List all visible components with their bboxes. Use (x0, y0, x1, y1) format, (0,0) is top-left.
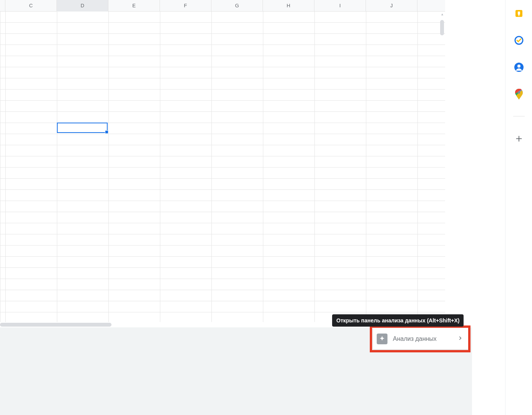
spreadsheet-grid[interactable]: CDEFGHIJ ▴ ▾ (0, 0, 445, 322)
grid-row[interactable] (0, 234, 445, 246)
grid-row[interactable] (0, 101, 445, 112)
vertical-scrollbar[interactable]: ▴ ▾ (439, 12, 445, 322)
side-panel-separator (513, 116, 525, 116)
grid-row[interactable] (0, 290, 445, 301)
column-header-F[interactable]: F (160, 0, 211, 12)
grid-row[interactable] (0, 112, 445, 123)
tooltip-text: Открыть панель анализа данных (Alt+Shift… (336, 317, 459, 324)
grid-row[interactable] (0, 168, 445, 179)
grid-row[interactable] (0, 34, 445, 45)
explore-label: Анализ данных (393, 335, 457, 342)
grid-row[interactable] (0, 23, 445, 34)
grid-row[interactable] (0, 279, 445, 290)
grid-row[interactable] (0, 190, 445, 201)
grid-row[interactable] (0, 301, 445, 312)
svg-point-3 (517, 65, 520, 68)
grid-column-divider (263, 12, 263, 322)
grid-row[interactable] (0, 179, 445, 190)
grid-row[interactable] (0, 78, 445, 90)
column-header-H[interactable]: H (263, 0, 314, 12)
maps-icon[interactable] (514, 89, 524, 99)
grid-column-divider (417, 12, 418, 322)
column-headers: CDEFGHIJ (0, 0, 445, 12)
grid-row[interactable] (0, 56, 445, 67)
chevron-right-icon (457, 335, 463, 342)
grid-row[interactable] (0, 90, 445, 101)
grid-column-divider (211, 12, 212, 322)
grid-row[interactable] (0, 45, 445, 56)
column-header-E[interactable]: E (108, 0, 160, 12)
grid-row[interactable] (0, 145, 445, 156)
grid-row[interactable] (0, 223, 445, 234)
svg-point-5 (518, 91, 520, 94)
column-header-stub (0, 0, 5, 12)
grid-column-divider (366, 12, 366, 322)
grid-row[interactable] (0, 212, 445, 223)
grid-column-divider (57, 12, 57, 322)
horizontal-scroll-thumb[interactable] (0, 323, 111, 327)
column-header-D[interactable]: D (57, 0, 108, 12)
grid-row[interactable] (0, 12, 445, 23)
grid-body[interactable] (0, 12, 445, 322)
grid-row[interactable] (0, 123, 445, 134)
grid-row[interactable] (0, 134, 445, 145)
column-header-I[interactable]: I (314, 0, 366, 12)
explore-tooltip: Открыть панель анализа данных (Alt+Shift… (332, 314, 464, 327)
column-header-C[interactable]: C (5, 0, 57, 12)
grid-row[interactable] (0, 257, 445, 268)
grid-column-divider (314, 12, 315, 322)
add-addon-button[interactable]: ＋ (514, 133, 524, 143)
plus-icon: ＋ (514, 133, 524, 144)
grid-row[interactable] (0, 201, 445, 212)
grid-column-divider (0, 12, 0, 322)
explore-button[interactable]: Анализ данных (373, 328, 468, 349)
grid-column-divider (5, 12, 6, 322)
grid-column-divider (160, 12, 160, 322)
side-panel: ＋ (505, 0, 532, 415)
grid-row[interactable] (0, 268, 445, 279)
contacts-icon[interactable] (514, 62, 524, 72)
column-header-G[interactable]: G (211, 0, 263, 12)
explore-sparkle-icon (377, 334, 387, 344)
keep-icon[interactable] (514, 8, 524, 18)
tasks-icon[interactable] (514, 35, 524, 45)
grid-row[interactable] (0, 67, 445, 78)
grid-column-divider (108, 12, 109, 322)
vertical-scroll-thumb[interactable] (440, 20, 444, 35)
column-header-J[interactable]: J (366, 0, 417, 12)
grid-row[interactable] (0, 246, 445, 257)
grid-row[interactable] (0, 156, 445, 168)
scroll-up-arrow-icon[interactable]: ▴ (440, 12, 444, 16)
